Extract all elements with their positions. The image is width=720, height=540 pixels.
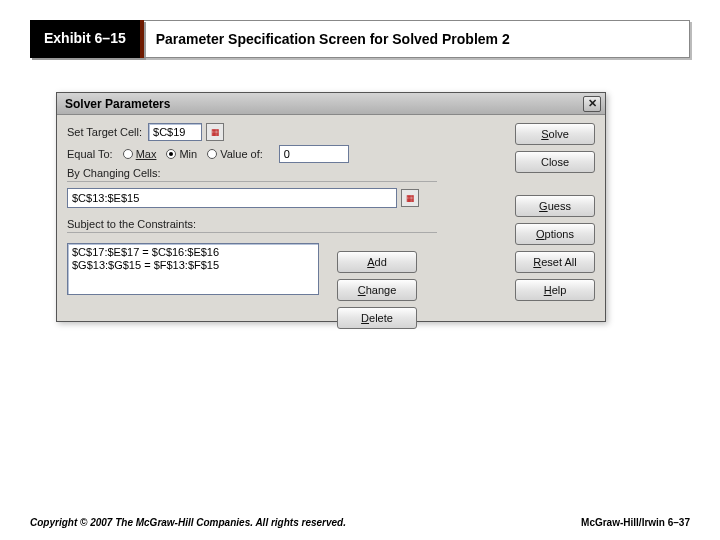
delete-button[interactable]: DeleteDelete [337, 307, 417, 329]
radio-max-label: Max [136, 148, 157, 160]
value-of-input[interactable] [279, 145, 349, 163]
constraint-row[interactable]: $C$17:$E$17 = $C$16:$E$16 [72, 246, 314, 259]
add-button[interactable]: AddAdd [337, 251, 417, 273]
set-target-cell-label: Set Target Cell: [67, 126, 142, 138]
reset-all-button[interactable]: Reset AllReset All [515, 251, 595, 273]
close-icon[interactable]: ✕ [583, 96, 601, 112]
slide-header: Exhibit 6–15 Parameter Specification Scr… [30, 20, 690, 58]
dialog-title: Solver Parameters [65, 97, 170, 111]
close-button[interactable]: Close [515, 151, 595, 173]
solve-button[interactable]: SSolveolve [515, 123, 595, 145]
exhibit-title: Parameter Specification Screen for Solve… [144, 20, 690, 58]
titlebar[interactable]: Solver Parameters ✕ [57, 93, 605, 115]
changing-cells-input[interactable] [67, 188, 397, 208]
radio-value-label: Value of: [220, 148, 263, 160]
radio-max[interactable] [123, 149, 133, 159]
target-cell-input[interactable] [148, 123, 202, 141]
exhibit-tag: Exhibit 6–15 [30, 20, 144, 58]
options-button[interactable]: OptionsOptions [515, 223, 595, 245]
constraints-listbox[interactable]: $C$17:$E$17 = $C$16:$E$16 $G$13:$G$15 = … [67, 243, 319, 295]
equal-to-label: Equal To: [67, 148, 113, 160]
copyright: Copyright © 2007 The McGraw-Hill Compani… [30, 517, 346, 528]
help-button[interactable]: HelpHelp [515, 279, 595, 301]
radio-min-label: Min [179, 148, 197, 160]
range-picker-icon[interactable]: ▦ [206, 123, 224, 141]
page-number: McGraw-Hill/Irwin 6–37 [581, 517, 690, 528]
radio-value[interactable] [207, 149, 217, 159]
range-picker-icon[interactable]: ▦ [401, 189, 419, 207]
guess-button[interactable]: GuessGuess [515, 195, 595, 217]
solver-parameters-dialog: Solver Parameters ✕ Set Target Cell: ▦ E… [56, 92, 606, 322]
radio-min[interactable] [166, 149, 176, 159]
constraint-row[interactable]: $G$13:$G$15 = $F$13:$F$15 [72, 259, 314, 272]
change-button[interactable]: ChangeChange [337, 279, 417, 301]
